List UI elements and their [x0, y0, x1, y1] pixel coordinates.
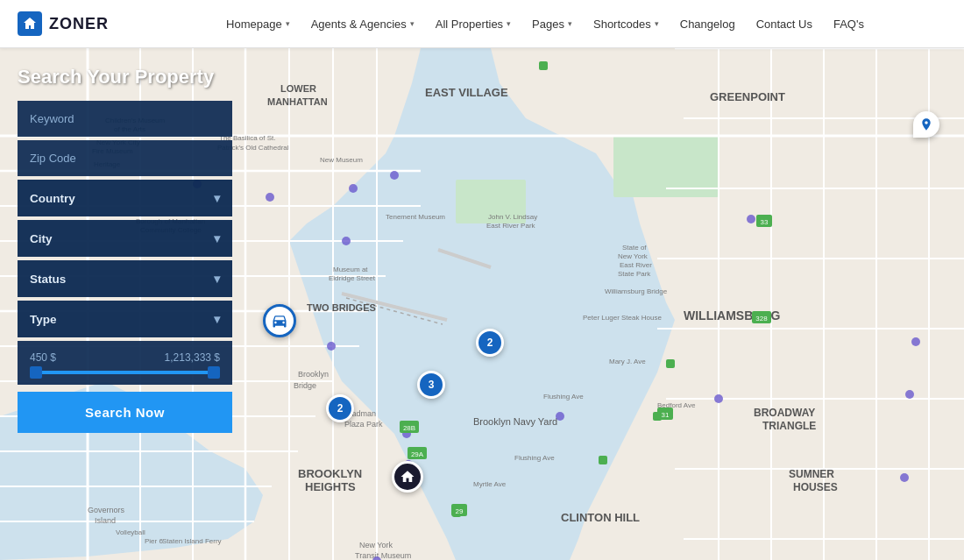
- map-marker-3[interactable]: 3: [417, 371, 445, 399]
- search-button[interactable]: Search Now: [18, 392, 232, 433]
- zipcode-input[interactable]: [18, 140, 232, 176]
- nav-changelog[interactable]: Changelog: [671, 12, 744, 36]
- svg-text:Williamsburg Bridge: Williamsburg Bridge: [605, 287, 668, 295]
- svg-text:CLINTON HILL: CLINTON HILL: [561, 511, 640, 524]
- svg-text:New York: New York: [359, 541, 393, 549]
- svg-point-95: [327, 342, 336, 351]
- svg-text:Plaza Park: Plaza Park: [344, 420, 383, 429]
- svg-text:Flushing Ave: Flushing Ave: [514, 454, 555, 462]
- svg-rect-106: [539, 61, 548, 70]
- nav-faq[interactable]: FAQ's: [825, 12, 873, 36]
- svg-text:31: 31: [662, 411, 670, 419]
- svg-text:29A: 29A: [411, 450, 424, 458]
- header: ZONER Homepage ▾ Agents & Agencies ▾ All…: [0, 0, 964, 48]
- logo-icon: [18, 11, 42, 36]
- price-slider-min-thumb[interactable]: [30, 366, 42, 379]
- svg-text:328: 328: [755, 315, 768, 323]
- svg-text:Tenement Museum: Tenement Museum: [386, 213, 445, 221]
- price-range: 450 $ 1,213,333 $: [18, 341, 232, 385]
- country-dropdown[interactable]: Country ▾: [18, 180, 232, 216]
- svg-text:HEIGHTS: HEIGHTS: [305, 480, 356, 493]
- main-nav: Homepage ▾ Agents & Agencies ▾ All Prope…: [144, 12, 946, 36]
- svg-text:State Park: State Park: [618, 270, 651, 278]
- svg-rect-107: [666, 359, 675, 368]
- svg-point-101: [747, 215, 755, 223]
- svg-text:Peter Luger Steak House: Peter Luger Steak House: [583, 314, 662, 322]
- nav-pages[interactable]: Pages ▾: [523, 12, 581, 36]
- price-min: 450 $: [30, 351, 56, 364]
- svg-rect-109: [599, 456, 607, 464]
- svg-text:Transit Museum: Transit Museum: [355, 551, 411, 560]
- chevron-down-icon: ▾: [507, 19, 511, 28]
- svg-text:HOUSES: HOUSES: [793, 481, 838, 493]
- svg-text:New Museum: New Museum: [320, 156, 363, 164]
- svg-text:BROADWAY: BROADWAY: [754, 407, 815, 419]
- svg-text:LOWER: LOWER: [280, 83, 316, 94]
- chevron-down-icon: ▾: [214, 312, 220, 326]
- nav-contact[interactable]: Contact Us: [748, 12, 821, 36]
- price-slider-fill: [30, 371, 220, 374]
- svg-text:Brooklyn Navy Yard: Brooklyn Navy Yard: [473, 416, 557, 427]
- svg-point-103: [905, 390, 914, 399]
- svg-text:Mary J. Ave: Mary J. Ave: [609, 358, 646, 365]
- chevron-down-icon: ▾: [214, 272, 220, 286]
- svg-point-105: [714, 394, 723, 403]
- map-marker-car[interactable]: [263, 304, 296, 337]
- svg-text:MANHATTAN: MANHATTAN: [267, 96, 328, 107]
- svg-text:John V. Lindsay: John V. Lindsay: [488, 213, 537, 221]
- nav-shortcodes[interactable]: Shortcodes ▾: [585, 12, 668, 36]
- price-slider-track[interactable]: [30, 371, 220, 374]
- type-dropdown[interactable]: Type ▾: [18, 301, 232, 337]
- nav-homepage[interactable]: Homepage ▾: [217, 12, 299, 36]
- svg-text:SUMNER: SUMNER: [789, 468, 834, 480]
- price-values: 450 $ 1,213,333 $: [30, 351, 220, 364]
- svg-point-91: [266, 193, 274, 202]
- svg-text:Myrtle Ave: Myrtle Ave: [473, 480, 507, 488]
- chevron-down-icon: ▾: [286, 19, 290, 28]
- svg-point-94: [342, 237, 351, 245]
- chevron-down-icon: ▾: [214, 231, 220, 245]
- nav-agents[interactable]: Agents & Agencies ▾: [302, 12, 423, 36]
- chevron-down-icon: ▾: [655, 19, 659, 28]
- svg-text:EAST VILLAGE: EAST VILLAGE: [425, 86, 508, 99]
- logo-text: ZONER: [49, 15, 109, 33]
- price-slider-max-thumb[interactable]: [208, 366, 220, 379]
- svg-text:New York: New York: [618, 252, 649, 260]
- location-pin[interactable]: [913, 111, 939, 138]
- price-max: 1,213,333 $: [165, 351, 220, 364]
- svg-point-104: [900, 473, 909, 482]
- svg-text:BROOKLYN: BROOKLYN: [298, 467, 362, 480]
- svg-point-100: [556, 412, 564, 421]
- svg-text:GREENPOINT: GREENPOINT: [710, 90, 785, 103]
- svg-point-102: [911, 337, 920, 346]
- keyword-input[interactable]: [18, 101, 232, 137]
- map-marker-house[interactable]: [392, 461, 423, 493]
- svg-text:Governors: Governors: [88, 506, 125, 514]
- svg-point-93: [390, 171, 399, 180]
- svg-text:East River Park: East River Park: [486, 222, 536, 230]
- marker-count: 2: [487, 337, 493, 349]
- map-marker-2-upper[interactable]: 2: [476, 329, 504, 357]
- logo-area[interactable]: ZONER: [18, 11, 109, 36]
- chevron-down-icon: ▾: [410, 19, 415, 28]
- svg-text:Brooklyn: Brooklyn: [298, 370, 329, 379]
- svg-text:TRIANGLE: TRIANGLE: [762, 420, 816, 432]
- chevron-down-icon: ▾: [214, 191, 220, 205]
- nav-properties[interactable]: All Properties ▾: [427, 12, 520, 36]
- svg-text:33: 33: [761, 218, 769, 226]
- svg-point-92: [349, 184, 358, 193]
- svg-text:Museum at: Museum at: [333, 266, 368, 273]
- svg-text:29: 29: [456, 507, 464, 515]
- svg-text:Volleyball: Volleyball: [116, 528, 145, 536]
- map-marker-2-lower[interactable]: 2: [326, 394, 354, 422]
- svg-text:State of: State of: [622, 244, 647, 252]
- status-dropdown[interactable]: Status ▾: [18, 260, 232, 297]
- svg-text:Staten Island Ferry: Staten Island Ferry: [162, 537, 222, 545]
- svg-text:Flushing Ave: Flushing Ave: [543, 393, 584, 401]
- svg-text:Eldridge Street: Eldridge Street: [329, 274, 376, 282]
- svg-text:Bridge: Bridge: [294, 381, 316, 390]
- chevron-down-icon: ▾: [568, 19, 572, 28]
- svg-text:28B: 28B: [403, 424, 415, 432]
- marker-count: 2: [337, 402, 344, 415]
- city-dropdown[interactable]: City ▾: [18, 220, 232, 257]
